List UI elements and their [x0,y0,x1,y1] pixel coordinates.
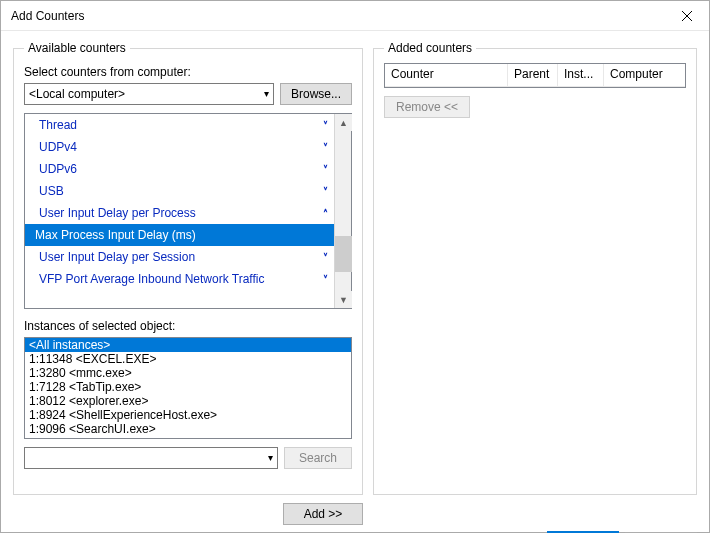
instance-row[interactable]: 1:7128 <TabTip.exe> [25,380,351,394]
add-counters-dialog: Add Counters Available counters Select c… [0,0,710,533]
counter-label: UDPv6 [39,162,77,176]
col-instance[interactable]: Inst... [558,64,604,86]
table-header-row: Counter Parent Inst... Computer [385,64,685,87]
chevron-down-icon: ˅ [323,252,328,263]
window-title: Add Counters [11,9,664,23]
col-computer[interactable]: Computer [604,64,685,86]
added-counters-legend: Added counters [384,41,476,55]
chevron-down-icon: ˅ [323,274,328,285]
scroll-thumb[interactable] [335,236,352,272]
chevron-up-icon: ˄ [323,208,328,219]
close-icon [682,11,692,21]
search-button[interactable]: Search [284,447,352,469]
titlebar: Add Counters [1,1,709,31]
instance-search-combo[interactable]: ▾ [24,447,278,469]
counter-label: Max Process Input Delay (ms) [35,228,196,242]
instance-row[interactable]: 1:9096 <SearchUI.exe> [25,422,351,436]
select-computer-label: Select counters from computer: [24,65,352,79]
instance-row[interactable]: 1:3280 <mmc.exe> [25,366,351,380]
counter-row[interactable]: Thread˅ [25,114,334,136]
added-counters-table[interactable]: Counter Parent Inst... Computer [384,63,686,88]
chevron-down-icon: ▾ [264,89,269,99]
counter-label: VFP Port Average Inbound Network Traffic [39,272,264,286]
counter-label: User Input Delay per Session [39,250,195,264]
instances-list[interactable]: <All instances>1:11348 <EXCEL.EXE>1:3280… [24,337,352,439]
chevron-down-icon: ˅ [323,186,328,197]
counter-label: Thread [39,118,77,132]
instance-row[interactable]: <All instances> [25,338,351,352]
chevron-down-icon: ˅ [323,142,328,153]
col-parent[interactable]: Parent [508,64,558,86]
computer-combo-value: <Local computer> [29,87,125,101]
counter-list[interactable]: Thread˅UDPv4˅UDPv6˅USB˅User Input Delay … [24,113,352,309]
instance-row[interactable]: 1:11348 <EXCEL.EXE> [25,352,351,366]
close-button[interactable] [664,1,709,31]
instance-row[interactable]: 1:8924 <ShellExperienceHost.exe> [25,408,351,422]
col-counter[interactable]: Counter [385,64,508,86]
counter-row[interactable]: User Input Delay per Process˄ [25,202,334,224]
counter-label: USB [39,184,64,198]
instance-row[interactable]: 1:8012 <explorer.exe> [25,394,351,408]
counter-row[interactable]: UDPv6˅ [25,158,334,180]
available-counters-group: Available counters Select counters from … [13,41,363,495]
scroll-up-icon[interactable]: ▲ [335,114,352,131]
counter-list-scrollbar[interactable]: ▲ ▼ [334,114,351,308]
counter-row[interactable]: UDPv4˅ [25,136,334,158]
browse-button[interactable]: Browse... [280,83,352,105]
counter-row[interactable]: User Input Delay per Session˅ [25,246,334,268]
chevron-down-icon: ˅ [323,164,328,175]
counter-label: User Input Delay per Process [39,206,196,220]
remove-button[interactable]: Remove << [384,96,470,118]
instances-label: Instances of selected object: [24,319,352,333]
counter-label: UDPv4 [39,140,77,154]
counter-row[interactable]: Max Process Input Delay (ms) [25,224,334,246]
available-counters-legend: Available counters [24,41,130,55]
counter-row[interactable]: VFP Port Average Inbound Network Traffic… [25,268,334,290]
computer-combo[interactable]: <Local computer> ▾ [24,83,274,105]
chevron-down-icon: ▾ [268,453,273,463]
counter-row[interactable]: USB˅ [25,180,334,202]
add-button[interactable]: Add >> [283,503,363,525]
chevron-down-icon: ˅ [323,120,328,131]
added-counters-group: Added counters Counter Parent Inst... Co… [373,41,697,495]
scroll-down-icon[interactable]: ▼ [335,291,352,308]
